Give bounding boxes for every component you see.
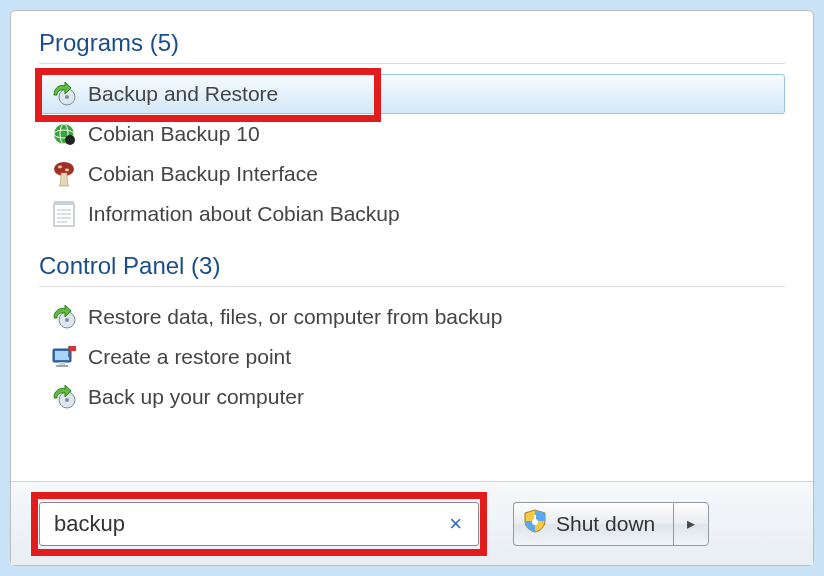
start-menu-footer: × Shut down ▸	[11, 481, 813, 565]
program-item-cobian-backup-interface[interactable]: Cobian Backup Interface	[39, 154, 785, 194]
svg-rect-10	[54, 201, 74, 205]
programs-result-list: Backup and Restore Cobian Backup 10	[39, 74, 785, 234]
program-item-information-cobian[interactable]: Information about Cobian Backup	[39, 194, 785, 234]
backup-restore-icon	[50, 303, 78, 331]
start-menu-panel: Programs (5) Backup and Restore	[10, 10, 814, 566]
section-header-programs: Programs (5)	[39, 29, 785, 57]
shutdown-options-arrow[interactable]: ▸	[673, 502, 709, 546]
svg-rect-18	[55, 351, 69, 360]
control-panel-result-list: Restore data, files, or computer from ba…	[39, 297, 785, 417]
search-input[interactable]	[52, 510, 443, 538]
svg-point-8	[65, 169, 69, 172]
svg-rect-19	[59, 362, 65, 365]
divider	[39, 63, 785, 64]
clear-search-icon[interactable]: ×	[443, 511, 468, 537]
divider	[39, 286, 785, 287]
search-field[interactable]: ×	[39, 502, 479, 546]
shield-icon	[524, 509, 546, 538]
program-item-cobian-backup-10[interactable]: Cobian Backup 10	[39, 114, 785, 154]
program-item-backup-and-restore[interactable]: Backup and Restore	[39, 74, 785, 114]
backup-restore-icon	[50, 80, 78, 108]
mushroom-icon	[50, 160, 78, 188]
result-label: Create a restore point	[88, 345, 291, 369]
shutdown-button[interactable]: Shut down	[513, 502, 673, 546]
backup-restore-icon	[50, 383, 78, 411]
svg-point-7	[58, 166, 62, 169]
shutdown-button-group: Shut down ▸	[513, 502, 709, 546]
result-label: Backup and Restore	[88, 82, 278, 106]
svg-point-16	[65, 318, 69, 322]
notepad-icon	[50, 200, 78, 228]
svg-rect-21	[69, 346, 76, 351]
cp-item-back-up-your-computer[interactable]: Back up your computer	[39, 377, 785, 417]
result-label: Restore data, files, or computer from ba…	[88, 305, 502, 329]
result-label: Back up your computer	[88, 385, 304, 409]
chevron-right-icon: ▸	[687, 514, 695, 533]
svg-rect-9	[54, 204, 74, 226]
result-label: Cobian Backup 10	[88, 122, 260, 146]
svg-point-5	[65, 135, 75, 145]
svg-point-24	[65, 398, 69, 402]
shutdown-label: Shut down	[556, 512, 655, 536]
section-header-control-panel: Control Panel (3)	[39, 252, 785, 280]
cp-item-create-restore-point[interactable]: Create a restore point	[39, 337, 785, 377]
result-label: Information about Cobian Backup	[88, 202, 400, 226]
cp-item-restore-data[interactable]: Restore data, files, or computer from ba…	[39, 297, 785, 337]
svg-point-1	[65, 95, 69, 99]
svg-rect-26	[534, 515, 536, 520]
monitor-flag-icon	[50, 343, 78, 371]
globe-icon	[50, 120, 78, 148]
result-label: Cobian Backup Interface	[88, 162, 318, 186]
svg-rect-20	[56, 365, 68, 367]
